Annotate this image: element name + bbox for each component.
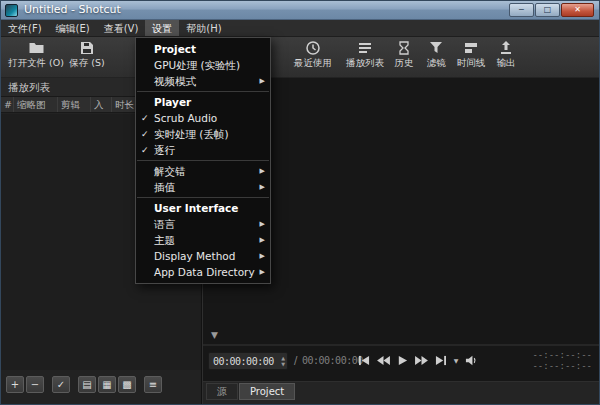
submenu-arrow-icon: ▶ (260, 232, 265, 248)
tab-source[interactable]: 源 (206, 383, 238, 400)
skip-start-icon (357, 355, 372, 366)
menu-item-interpolation[interactable]: 插值 ▶ (136, 179, 270, 195)
submenu-arrow-icon: ▶ (260, 216, 265, 232)
toolbar-label: 播放列表 (346, 57, 384, 68)
menu-view[interactable]: 查看(V) (97, 20, 146, 36)
export-icon (498, 40, 514, 56)
menu-separator (137, 197, 269, 198)
in-out-readout: --:--:--:-- --:--:--:-- (532, 350, 592, 372)
menu-item-label: 主题 (154, 234, 175, 246)
menu-header-label: Project (154, 43, 196, 55)
menu-section-user-interface: User Interface (136, 200, 270, 216)
menu-item-realtime[interactable]: ✓ 实时处理 (丢帧) (136, 126, 270, 142)
check-mark-icon: ✓ (141, 110, 153, 126)
close-button[interactable]: ✕ (561, 3, 594, 17)
column-index[interactable]: # (1, 97, 14, 112)
playlist-toolbar: + − ✓ ▤ ▦ ▩ ≡ (6, 376, 164, 393)
fast-forward-icon (414, 355, 429, 366)
open-file-icon (28, 40, 45, 56)
seek-bar[interactable] (203, 344, 599, 346)
timeline-icon (463, 40, 479, 56)
playlist-add-button[interactable]: + (6, 376, 24, 393)
toolbar-label: 输出 (497, 57, 516, 68)
window-controls: ─ □ ✕ (508, 3, 594, 17)
toolbar-label: 历史 (395, 57, 414, 68)
view-details-button[interactable]: ▤ (78, 376, 96, 393)
play-button[interactable] (393, 352, 412, 369)
menu-item-app-data-directory[interactable]: App Data Directory ▶ (136, 264, 270, 280)
minimize-button[interactable]: ─ (509, 3, 534, 17)
timeline-button[interactable]: 时间线 (453, 40, 489, 70)
menu-item-theme[interactable]: 主题 ▶ (136, 232, 270, 248)
export-button[interactable]: 输出 (491, 40, 521, 70)
filters-button[interactable]: 滤镜 (421, 40, 451, 70)
menu-header-label: Player (154, 96, 191, 108)
history-icon (396, 40, 412, 56)
recent-button[interactable]: 最近使用 (289, 40, 337, 70)
playlist-update-button[interactable]: ✓ (52, 376, 70, 393)
playlist-icon (357, 40, 373, 56)
menu-item-label: GPU处理 (实验性) (154, 59, 240, 71)
menu-item-display-method[interactable]: Display Method ▶ (136, 248, 270, 264)
tab-project[interactable]: Project (239, 383, 295, 400)
menu-item-label: 插值 (154, 181, 175, 193)
view-tiles-button[interactable]: ▦ (98, 376, 116, 393)
fast-forward-button[interactable] (412, 352, 431, 369)
playlist-remove-button[interactable]: − (26, 376, 44, 393)
menu-item-gpu-processing[interactable]: GPU处理 (实验性) (136, 57, 270, 73)
selected-duration-value: --:--:--:-- (532, 361, 592, 372)
toolbar-label: 打开文件 (O) (8, 57, 64, 68)
toolbar-label: 保存 (S) (69, 57, 104, 68)
transport-bar: 00:00:00:00 ▲ ▼ / 00:00:00:00 (203, 348, 599, 374)
menu-edit[interactable]: 编辑(E) (49, 20, 97, 36)
menu-item-scrub-audio[interactable]: ✓ Scrub Audio (136, 110, 270, 126)
menu-section-player: Player (136, 94, 270, 110)
submenu-arrow-icon: ▶ (260, 248, 265, 264)
maximize-button[interactable]: □ (535, 3, 560, 17)
toolbar-label: 滤镜 (427, 57, 446, 68)
menu-header-label: User Interface (154, 202, 238, 214)
timecode-spinner-arrows[interactable]: ▲ ▼ (281, 355, 285, 367)
menu-item-language[interactable]: 语言 ▶ (136, 216, 270, 232)
timecode-spinbox[interactable]: 00:00:00:00 ▲ ▼ (208, 352, 288, 370)
menu-item-deinterlacer[interactable]: 解交错 ▶ (136, 163, 270, 179)
player-options-button[interactable]: ▼ (450, 352, 462, 369)
spinner-down-icon[interactable]: ▼ (281, 361, 285, 367)
timecode-separator: / (294, 355, 297, 366)
menu-item-label: 逐行 (154, 144, 175, 156)
seek-position-marker[interactable]: ▼ (211, 330, 218, 340)
toolbar-label: 最近使用 (294, 57, 332, 68)
check-mark-icon: ✓ (141, 126, 153, 142)
history-button[interactable]: 历史 (389, 40, 419, 70)
app-icon[interactable] (5, 4, 18, 17)
skip-to-start-button[interactable] (355, 352, 374, 369)
volume-icon (464, 354, 479, 367)
dropdown-arrow-icon: ▼ (454, 357, 459, 364)
filters-icon (428, 40, 444, 56)
menu-help[interactable]: 帮助(H) (179, 20, 228, 36)
menu-item-label: 解交错 (154, 165, 186, 177)
save-button[interactable]: 保存 (S) (65, 40, 109, 70)
menu-file[interactable]: 文件(F) (1, 20, 49, 36)
menu-item-label: 语言 (154, 218, 175, 230)
column-in[interactable]: 入 (91, 97, 112, 112)
in-point-value: --:--:--:-- (532, 350, 592, 361)
view-icons-button[interactable]: ▩ (118, 376, 136, 393)
shotcut-window: Untitled - Shotcut ─ □ ✕ 文件(F) 编辑(E) 查看(… (0, 0, 600, 405)
skip-end-icon (433, 355, 448, 366)
playlist-button[interactable]: 播放列表 (341, 40, 389, 70)
current-timecode[interactable]: 00:00:00:00 (213, 356, 274, 367)
menu-settings[interactable]: 设置 (145, 20, 179, 36)
save-icon (79, 40, 95, 56)
playlist-menu-button[interactable]: ≡ (144, 376, 162, 393)
menu-item-progressive[interactable]: ✓ 逐行 (136, 142, 270, 158)
menu-separator (137, 91, 269, 92)
volume-button[interactable] (462, 352, 481, 369)
menu-item-video-mode[interactable]: 视频模式 ▶ (136, 73, 270, 89)
open-file-button[interactable]: 打开文件 (O) (7, 40, 65, 70)
skip-to-end-button[interactable] (431, 352, 450, 369)
column-thumbnail[interactable]: 缩略图 (14, 97, 58, 112)
column-clip[interactable]: 剪辑 (58, 97, 91, 112)
menu-item-label: 实时处理 (丢帧) (154, 128, 229, 140)
rewind-button[interactable] (374, 352, 393, 369)
